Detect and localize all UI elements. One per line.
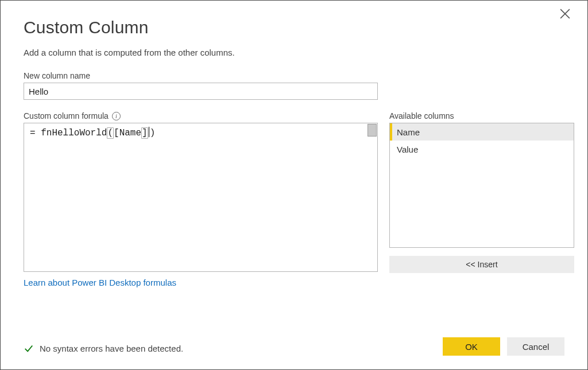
available-column-item-label: Value [397,145,418,154]
insert-button[interactable]: << Insert [389,256,574,273]
formula-fn: fnHelloWorld [41,128,107,138]
dialog-actions: OK Cancel [443,337,564,356]
text-cursor [149,127,149,137]
ok-button[interactable]: OK [443,337,500,356]
scrollbar-thumb[interactable] [368,124,377,137]
formula-open-paren: ( [107,127,114,139]
formula-close-paren: ) [150,128,156,138]
available-column-item[interactable]: Name [390,123,574,141]
formula-label: Custom column formula i [24,111,378,120]
dialog-title: Custom Column [24,18,564,37]
available-columns-label: Available columns [389,111,574,120]
column-name-input[interactable] [24,83,378,100]
info-icon[interactable]: i [112,112,121,120]
close-icon [560,9,570,19]
available-column-item-label: Name [397,127,420,137]
formula-label-text: Custom column formula [24,111,109,120]
dialog-subtitle: Add a column that is computed from the o… [24,48,564,57]
formula-open-bracket: [ [114,128,119,138]
column-name-label: New column name [24,71,564,80]
status-text: No syntax errors have been detected. [40,344,183,353]
cancel-button[interactable]: Cancel [507,337,564,356]
formula-arg: Name [119,128,141,138]
formula-prefix: = [30,128,41,138]
available-columns-list[interactable]: Name Value [389,123,574,248]
close-button[interactable] [560,9,574,22]
available-column-item[interactable]: Value [390,141,574,158]
status-bar: No syntax errors have been detected. [24,343,183,353]
check-icon [24,343,34,353]
custom-column-dialog: Custom Column Add a column that is compu… [0,0,588,370]
formula-close-bracket: ] [141,127,148,139]
learn-formulas-link[interactable]: Learn about Power BI Desktop formulas [24,278,176,287]
formula-editor[interactable]: = fnHelloWorld([Name]) [24,123,378,272]
